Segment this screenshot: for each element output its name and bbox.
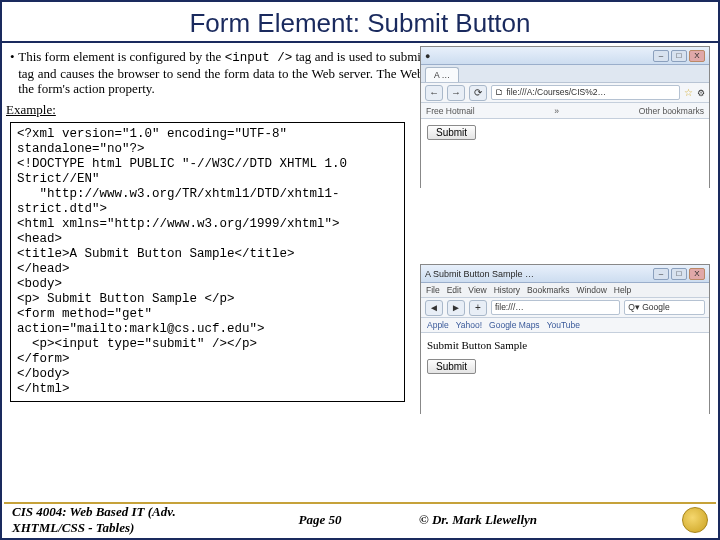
address-bar[interactable]: file:///…	[491, 300, 620, 315]
other-bookmarks[interactable]: Other bookmarks	[639, 106, 704, 116]
reload-button[interactable]: ⟳	[469, 85, 487, 101]
desc-code-1: <input />	[225, 51, 293, 65]
menu-item[interactable]: Bookmarks	[527, 285, 570, 295]
search-bar[interactable]: Q▾ Google	[624, 300, 705, 315]
ucf-logo-icon	[682, 507, 708, 533]
window-titlebar: A Submit Button Sample … – □ X	[421, 265, 709, 283]
bookmarks-bar: Free Hotmail » Other bookmarks	[421, 103, 709, 119]
search-hint: Google	[642, 302, 669, 312]
maximize-button[interactable]: □	[671, 268, 687, 280]
submit-button[interactable]: Submit	[427, 359, 476, 374]
bookmark-star-icon[interactable]: ☆	[684, 87, 693, 98]
window-controls: – □ X	[653, 268, 705, 280]
minimize-button[interactable]: –	[653, 50, 669, 62]
code-example: <?xml version="1.0" encoding="UTF-8" sta…	[10, 122, 405, 402]
page-body-text: Submit Button Sample	[427, 339, 703, 351]
forward-button[interactable]: ►	[447, 300, 465, 316]
bookmark-link[interactable]: Apple	[427, 320, 449, 330]
address-text: file:///A:/Courses/CIS%2…	[506, 87, 606, 97]
slide: Form Element: Submit Button • This form …	[0, 0, 720, 540]
window-controls: – □ X	[653, 50, 705, 62]
slide-footer: CIS 4004: Web Based IT (Adv. XHTML/CSS -…	[4, 502, 716, 536]
bookmark-link[interactable]: Yahoo!	[456, 320, 482, 330]
menu-item[interactable]: Window	[577, 285, 607, 295]
bookmarks-bar: Apple Yahoo! Google Maps YouTube	[421, 318, 709, 333]
bullet-marker: •	[10, 49, 18, 96]
slide-title: Form Element: Submit Button	[2, 2, 718, 43]
back-button[interactable]: ◄	[425, 300, 443, 316]
browser-screenshot-chrome: ● – □ X A … ← → ⟳ 🗋 file:///A:/Courses/C…	[420, 46, 710, 188]
browser-screenshot-safari: A Submit Button Sample … – □ X File Edit…	[420, 264, 710, 414]
bookmark-overflow[interactable]: »	[554, 106, 559, 116]
browser-toolbar: ← → ⟳ 🗋 file:///A:/Courses/CIS%2… ☆ ⚙	[421, 83, 709, 103]
wrench-icon[interactable]: ⚙	[697, 88, 705, 98]
page-content: Submit Button Sample Submit	[421, 333, 709, 427]
search-icon: Q	[628, 302, 635, 312]
browser-tab[interactable]: A …	[425, 67, 459, 82]
menu-item[interactable]: History	[494, 285, 520, 295]
desc-part-1: This form element is configured by the	[18, 49, 224, 64]
browser-toolbar: ◄ ► + file:///… Q▾ Google	[421, 298, 709, 318]
window-icon: ●	[425, 51, 430, 61]
close-button[interactable]: X	[689, 50, 705, 62]
window-title: A Submit Button Sample …	[425, 269, 534, 279]
footer-page: Page 50	[275, 512, 365, 528]
footer-course: CIS 4004: Web Based IT (Adv. XHTML/CSS -…	[12, 504, 245, 536]
bookmark-link[interactable]: YouTube	[547, 320, 580, 330]
add-button[interactable]: +	[469, 300, 487, 316]
footer-author: © Dr. Mark Llewellyn	[395, 512, 652, 528]
maximize-button[interactable]: □	[671, 50, 687, 62]
close-button[interactable]: X	[689, 268, 705, 280]
minimize-button[interactable]: –	[653, 268, 669, 280]
forward-button[interactable]: →	[447, 85, 465, 101]
menu-item[interactable]: Edit	[447, 285, 462, 295]
bookmark-item[interactable]: Free Hotmail	[426, 106, 475, 116]
bookmark-link[interactable]: Google Maps	[489, 320, 540, 330]
submit-button[interactable]: Submit	[427, 125, 476, 140]
menu-item[interactable]: View	[468, 285, 486, 295]
page-content: Submit	[421, 119, 709, 205]
window-titlebar: ● – □ X	[421, 47, 709, 65]
back-button[interactable]: ←	[425, 85, 443, 101]
menu-bar: File Edit View History Bookmarks Window …	[421, 283, 709, 298]
menu-item[interactable]: Help	[614, 285, 631, 295]
address-bar[interactable]: 🗋 file:///A:/Courses/CIS%2…	[491, 85, 680, 100]
tab-strip: A …	[421, 65, 709, 83]
page-icon: 🗋	[495, 87, 504, 97]
menu-item[interactable]: File	[426, 285, 440, 295]
